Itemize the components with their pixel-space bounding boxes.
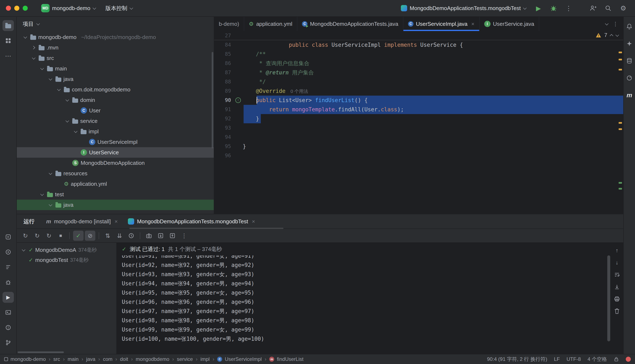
breadcrumb-item[interactable]: doit (120, 356, 128, 362)
version-control-tool-button[interactable] (3, 337, 14, 348)
tree-row[interactable]: domin (17, 95, 214, 105)
clear-all-button[interactable] (612, 307, 621, 315)
line-number[interactable]: 87 (214, 68, 234, 77)
chevron-down-icon[interactable] (24, 35, 27, 38)
project-panel-header[interactable]: 项目 (17, 17, 214, 31)
line-separator-widget[interactable]: LF (554, 356, 560, 362)
notifications-button[interactable] (624, 21, 635, 32)
tab-options-icon[interactable]: ⋮ (613, 21, 618, 27)
import-test-results-button[interactable] (155, 231, 166, 241)
error-stripe[interactable] (617, 31, 623, 214)
maven-button[interactable]: m (624, 90, 635, 101)
lock-icon[interactable] (613, 356, 619, 362)
chevron-down-icon[interactable] (57, 88, 61, 91)
scroll-to-end-button[interactable] (612, 283, 621, 291)
hidden-tabs-chevron-icon[interactable] (605, 22, 608, 25)
chevron-down-icon[interactable] (32, 56, 36, 60)
structure-tool-button[interactable] (3, 35, 14, 46)
close-tab-icon[interactable]: × (114, 218, 118, 225)
tree-row[interactable]: C User (17, 105, 214, 116)
usages-inlay-hint[interactable]: 0 个用法 (291, 89, 308, 94)
soft-wrap-button[interactable] (612, 270, 621, 279)
chevron-down-icon[interactable] (49, 203, 52, 206)
line-number[interactable]: 91 (214, 105, 234, 114)
chevron-down-icon[interactable] (40, 192, 44, 196)
search-everywhere-button[interactable] (602, 2, 614, 14)
line-number[interactable]: 90 (214, 96, 234, 105)
tree-row[interactable]: S MongodbDemoApplication (17, 158, 214, 168)
breadcrumb-item[interactable]: mongodb-demo (11, 356, 46, 362)
test-suite-row[interactable]: ✓ MongodbDemoA 374毫秒 (17, 245, 116, 255)
chevron-right-icon[interactable] (32, 46, 35, 50)
scroll-up-button[interactable]: ↑ (612, 246, 621, 254)
show-passed-toggle[interactable]: ✓ (73, 231, 84, 241)
chevron-down-icon[interactable] (66, 119, 69, 122)
ai-assistant-button[interactable] (624, 38, 635, 49)
close-tab-icon[interactable]: × (252, 218, 255, 225)
inspections-widget[interactable]: 7 (595, 32, 618, 38)
tree-row[interactable]: com.doit.mongodbdemo (17, 84, 214, 95)
tree-row[interactable]: ⚙ application.yml (17, 179, 214, 189)
test-history-button[interactable] (126, 231, 136, 241)
breadcrumb-item[interactable]: com (103, 356, 112, 362)
tree-row[interactable]: .mvn (17, 42, 214, 53)
line-number[interactable]: 88 (214, 77, 234, 86)
tree-scrollbar[interactable] (212, 52, 213, 148)
chevron-down-icon[interactable] (22, 248, 26, 252)
indent-widget[interactable]: 4 个空格 (587, 356, 607, 362)
gradle-button[interactable] (624, 72, 635, 84)
sticky-line[interactable]: 27 public class UserServiceImpl implemen… (214, 31, 623, 40)
tree-row[interactable]: src (17, 53, 214, 63)
test-case-row[interactable]: ✓ mongodbTest 374毫秒 (17, 255, 116, 265)
stop-button[interactable]: ■ (55, 231, 66, 241)
database-button[interactable] (624, 55, 635, 66)
line-number[interactable]: 86 (214, 59, 234, 68)
zoom-window-button[interactable] (23, 6, 28, 11)
editor-tab-tests[interactable]: C MongodbDemoApplicationTests.java (297, 17, 403, 31)
project-widget[interactable]: MD mongodb-demo (38, 2, 99, 14)
breadcrumb-item[interactable]: findUserList (277, 356, 303, 362)
problems-tool-button[interactable] (3, 322, 14, 333)
services-tool-button[interactable] (3, 232, 14, 242)
show-ignored-toggle[interactable]: ⊘ (85, 231, 95, 241)
caret-position-widget[interactable]: 90:4 (91 字符, 2 行 换行符) (487, 356, 547, 362)
tree-row[interactable]: java (17, 74, 214, 84)
build-tool-button[interactable] (3, 246, 14, 258)
line-number[interactable]: 85 (214, 50, 234, 59)
tree-row[interactable]: mongodb-demo ~/IdeaProjects/mongodb-demo (17, 32, 214, 42)
terminal-tool-button[interactable] (3, 307, 14, 318)
selected-code-line[interactable]: 90 ↑ public List<User> findUserList() { (214, 96, 623, 105)
print-button[interactable] (612, 295, 621, 303)
editor-tab-userserviceimpl[interactable]: C UserServiceImpl.java × (403, 17, 480, 31)
notification-badge[interactable] (626, 357, 631, 362)
line-number[interactable]: 96 (214, 151, 234, 160)
horizontal-scrollbar[interactable] (18, 352, 64, 353)
breadcrumb-item[interactable]: service (177, 356, 193, 362)
line-number[interactable]: 94 (214, 132, 234, 142)
chevron-down-icon[interactable] (74, 129, 78, 133)
editor-tab-userservice[interactable]: I UserService.java (480, 17, 539, 31)
chevron-down-icon[interactable] (49, 77, 52, 80)
todo-tool-button[interactable] (3, 262, 14, 272)
line-number[interactable]: 84 (214, 40, 234, 50)
breadcrumb-item[interactable]: java (86, 356, 95, 362)
selected-code-line[interactable]: 91 return mongoTemplate.findAll(User.cla… (214, 105, 623, 114)
project-tool-button[interactable] (3, 20, 14, 31)
chevron-down-icon[interactable] (66, 98, 69, 102)
breadcrumb-item[interactable]: impl (200, 356, 209, 362)
line-number[interactable]: 93 (214, 123, 234, 132)
breadcrumb-item[interactable]: src (53, 356, 60, 362)
rerun-button[interactable]: ↻ (20, 231, 31, 241)
export-test-results-button[interactable] (167, 231, 178, 241)
encoding-widget[interactable]: UTF-8 (567, 356, 581, 362)
sort-alphabetically-button[interactable]: ⇅ (102, 231, 113, 241)
line-number[interactable]: 89 (214, 86, 234, 96)
minimize-window-button[interactable] (14, 6, 19, 11)
scroll-down-button[interactable]: ↓ (612, 258, 621, 267)
tree-row[interactable]: service (17, 116, 214, 126)
implements-method-gutter-icon[interactable]: ↑ (235, 98, 241, 103)
line-number[interactable]: 92 (214, 114, 234, 123)
tree-row-highlighted[interactable]: java (17, 200, 214, 210)
breadcrumb-item[interactable]: mongodbdemo (136, 356, 169, 362)
code-with-me-button[interactable] (587, 2, 599, 14)
